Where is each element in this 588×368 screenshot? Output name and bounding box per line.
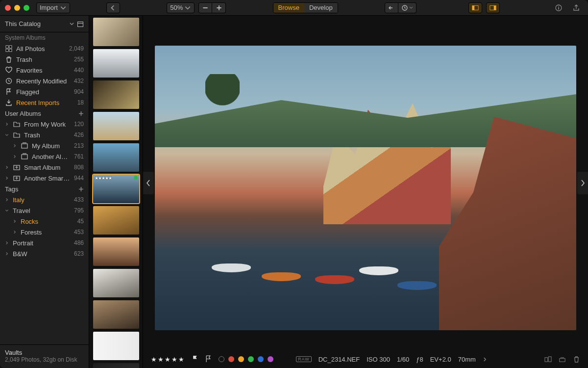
- sidebar-item-recently-modified[interactable]: Recently Modified432: [0, 76, 89, 86]
- thumbnail[interactable]: [93, 18, 139, 46]
- svg-rect-9: [6, 49, 8, 52]
- main-photo[interactable]: [155, 46, 576, 330]
- thumbnail[interactable]: [93, 237, 139, 266]
- sidebar-item-flagged[interactable]: Flagged904: [0, 86, 89, 97]
- sidebar-item-label: My Album: [32, 142, 70, 150]
- thumbnail[interactable]: ★★★★★: [93, 175, 139, 203]
- sidebar-item-b-w[interactable]: B&W623: [0, 248, 89, 259]
- zoom-in-button[interactable]: [212, 2, 226, 13]
- thumbnail[interactable]: [93, 300, 139, 329]
- sidebar-item-label: All Photos: [16, 45, 65, 53]
- maximize-window[interactable]: [24, 5, 29, 11]
- tab-develop[interactable]: Develop: [304, 3, 338, 13]
- add-album-button[interactable]: [78, 111, 84, 116]
- sidebar-item-count: 255: [74, 56, 84, 63]
- sidebar-item-favorites[interactable]: Favorites440: [0, 65, 89, 76]
- import-button[interactable]: Import: [36, 2, 70, 13]
- image-stage[interactable]: [143, 16, 588, 350]
- next-photo-button[interactable]: [577, 172, 588, 194]
- sidebar-item-trash[interactable]: Trash426: [0, 130, 89, 140]
- thumbnail[interactable]: [93, 332, 139, 360]
- sidebar-item-all-photos[interactable]: All Photos2,049: [0, 43, 89, 54]
- vaults-summary: 2,049 Photos, 32gb on Disk: [5, 356, 84, 363]
- zoom-out-button[interactable]: [198, 2, 212, 13]
- history-button[interactable]: [398, 2, 416, 13]
- exif-more-icon[interactable]: [483, 356, 487, 363]
- prev-photo-button[interactable]: [143, 172, 154, 194]
- folder-icon: [13, 121, 20, 128]
- color-label-dot[interactable]: [248, 356, 254, 362]
- color-none[interactable]: [219, 356, 224, 362]
- sidebar-item-trash[interactable]: Trash255: [0, 54, 89, 65]
- sidebar-item-forests[interactable]: Forests453: [0, 227, 89, 237]
- share-button[interactable]: [569, 2, 583, 13]
- chevron-right-icon: [5, 122, 9, 127]
- sidebar-item-label: From My Work: [24, 121, 70, 128]
- sidebar-item-travel[interactable]: Travel795: [0, 205, 89, 216]
- sidebar-item-smart-album[interactable]: Smart Album808: [0, 162, 89, 173]
- back-button[interactable]: [106, 2, 120, 13]
- exif-iso: ISO 300: [367, 356, 390, 363]
- sidebar-item-count: 440: [74, 67, 84, 74]
- thumbnail-strip[interactable]: ★★★★★: [89, 16, 143, 368]
- svg-rect-10: [9, 49, 12, 52]
- album-icon: [21, 142, 28, 150]
- layout-right-button[interactable]: [486, 2, 500, 13]
- sidebar-item-rocks[interactable]: Rocks45: [0, 216, 89, 227]
- flag-solid-icon[interactable]: [192, 355, 198, 363]
- thumbnail[interactable]: [93, 269, 139, 297]
- chevron-right-icon: [13, 219, 17, 224]
- exif-readout: ISO 300 1/60 ƒ8 EV+2.0 70mm: [367, 356, 487, 363]
- chevron-right-icon: [5, 176, 9, 181]
- tab-browse[interactable]: Browse: [273, 3, 304, 13]
- svg-rect-17: [548, 356, 551, 361]
- rating-stars[interactable]: ★★★★★: [151, 356, 185, 363]
- sidebar-item-recent-imports[interactable]: Recent Imports18: [0, 97, 89, 108]
- sidebar-item-portrait[interactable]: Portrait486: [0, 237, 89, 248]
- sidebar-item-count: 432: [74, 78, 84, 84]
- sidebar-item-label: Trash: [16, 56, 70, 63]
- tags-header: Tags: [0, 184, 89, 194]
- flag-outline-icon[interactable]: [205, 355, 212, 363]
- color-label-dot[interactable]: [238, 356, 244, 362]
- thumbnail[interactable]: [93, 363, 139, 368]
- sidebar-item-my-album[interactable]: My Album213: [0, 140, 89, 151]
- add-tag-button[interactable]: [78, 186, 84, 192]
- catalog-label: This Catalog: [5, 20, 41, 27]
- sidebar-item-count: 426: [74, 131, 84, 138]
- thumbnail[interactable]: [93, 143, 139, 172]
- sidebar-item-label: Smart Album: [24, 164, 70, 171]
- svg-rect-7: [6, 46, 8, 48]
- trash-icon[interactable]: [573, 356, 580, 363]
- thumbnail[interactable]: [93, 112, 139, 140]
- window-traffic-lights: [5, 5, 29, 11]
- catalog-selector[interactable]: This Catalog: [0, 16, 89, 32]
- sidebar-item-another-smart-a-[interactable]: Another Smart A…944: [0, 173, 89, 184]
- sidebar-item-from-my-work[interactable]: From My Work120: [0, 119, 89, 130]
- sidebar-item-count: 2,049: [69, 45, 84, 52]
- sidebar-item-another-album[interactable]: Another Album761: [0, 151, 89, 162]
- calendar-icon[interactable]: [77, 21, 84, 27]
- sidebar-item-label: Trash: [24, 131, 70, 139]
- undo-button[interactable]: [385, 2, 398, 13]
- exif-aperture: ƒ8: [416, 356, 423, 363]
- thumbnail[interactable]: [93, 206, 139, 235]
- svg-rect-16: [545, 357, 548, 361]
- thumbnail[interactable]: [93, 80, 139, 109]
- sidebar-item-italy[interactable]: Italy433: [0, 194, 89, 205]
- zoom-dropdown[interactable]: 50%: [167, 2, 195, 13]
- compare-icon[interactable]: [544, 356, 552, 363]
- stack-icon[interactable]: [559, 356, 566, 363]
- layout-left-button[interactable]: [468, 2, 482, 13]
- close-window[interactable]: [5, 5, 11, 11]
- color-label-dot[interactable]: [268, 356, 273, 362]
- minimize-window[interactable]: [14, 5, 20, 11]
- chevron-right-icon: [13, 154, 17, 159]
- color-label-dot[interactable]: [258, 356, 264, 362]
- thumbnail[interactable]: [93, 49, 139, 78]
- color-label-dot[interactable]: [228, 356, 234, 362]
- sidebar-item-count: 213: [74, 142, 84, 149]
- sidebar-item-label: Favorites: [16, 67, 70, 74]
- sidebar-item-label: Another Smart A…: [24, 175, 70, 182]
- info-button[interactable]: [552, 2, 565, 13]
